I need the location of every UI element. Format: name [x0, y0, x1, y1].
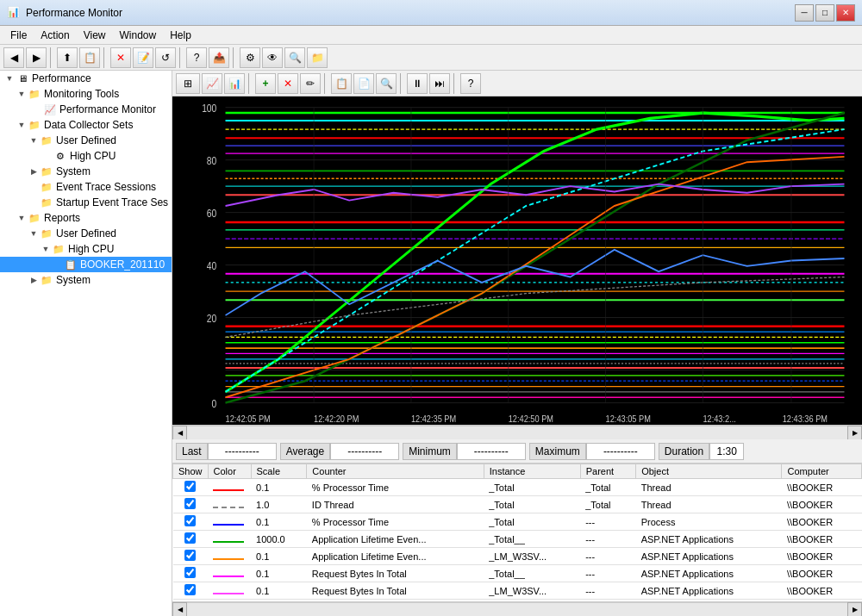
- scroll-left-btn[interactable]: ◀: [172, 426, 187, 440]
- tb-forward[interactable]: ▶: [26, 47, 47, 68]
- chart-scrollbar[interactable]: ◀ ▶: [172, 425, 862, 439]
- sidebar-item-system-rep[interactable]: ▶ 📁 System: [0, 272, 172, 288]
- table-row[interactable]: 0.1Application Lifetime Even..._LM_W3SV.…: [173, 548, 862, 565]
- data-table: Show Color Scale Counter Instance Parent…: [172, 464, 862, 601]
- table-scroll-right[interactable]: ▶: [847, 602, 862, 617]
- row-object: ASP.NET Applications: [636, 565, 782, 582]
- svg-text:12:42:50 PM: 12:42:50 PM: [509, 414, 553, 425]
- menu-window[interactable]: Window: [113, 28, 164, 43]
- mt-add-btn[interactable]: +: [255, 73, 276, 94]
- row-scale: 0.1: [251, 513, 307, 531]
- menu-view[interactable]: View: [77, 28, 113, 43]
- mt-edit-btn[interactable]: ✏: [300, 73, 321, 94]
- data-table-container: Show Color Scale Counter Instance Parent…: [172, 464, 862, 601]
- row-parent: ---: [580, 513, 635, 531]
- sidebar-item-data-collector-sets[interactable]: ▼ 📁 Data Collector Sets: [0, 117, 172, 133]
- menu-action[interactable]: Action: [34, 28, 76, 43]
- sidebar-item-system-dcs[interactable]: ▶ 📁 System: [0, 164, 172, 179]
- tb-view[interactable]: 👁: [262, 47, 283, 68]
- table-scroll-track[interactable]: [187, 602, 847, 617]
- row-checkbox[interactable]: [173, 531, 209, 548]
- table-row[interactable]: 0.1% Processor Time_Total---Process\\BOO…: [173, 513, 862, 531]
- sidebar-item-event-trace[interactable]: 📁 Event Trace Sessions: [0, 179, 172, 195]
- maximum-value: ----------: [586, 443, 655, 460]
- tb-export[interactable]: 📤: [209, 47, 229, 68]
- monitor-toolbar: ⊞ 📈 📊 + ✕ ✏ 📋 📄 🔍 ⏸ ⏭ ?: [172, 71, 862, 96]
- menu-help[interactable]: Help: [163, 28, 198, 43]
- event-trace-icon: 📁: [40, 180, 53, 194]
- row-scale: 1.0: [251, 496, 307, 513]
- tb-rename[interactable]: 📝: [133, 47, 153, 68]
- stats-bar: Last ---------- Average ---------- Minim…: [172, 439, 862, 464]
- row-counter: Application Lifetime Even...: [307, 531, 484, 548]
- booker-label: BOOKER_201110: [80, 258, 165, 271]
- sidebar-item-high-cpu-dcs[interactable]: ⚙ High CPU: [0, 148, 172, 164]
- user-def-rep-icon: 📁: [40, 227, 53, 240]
- mt-view-btn[interactable]: ⊞: [176, 73, 200, 94]
- row-checkbox[interactable]: [173, 582, 209, 600]
- window-title: Performance Monitor: [26, 7, 795, 19]
- close-button[interactable]: ✕: [836, 4, 855, 22]
- tb-sep2: [103, 47, 107, 68]
- row-parent: ---: [580, 531, 635, 548]
- tb-options[interactable]: ⚙: [240, 47, 260, 68]
- tb-up[interactable]: ⬆: [57, 47, 78, 68]
- last-label: Last: [176, 443, 208, 460]
- mt-help-btn[interactable]: ?: [460, 73, 481, 94]
- table-row[interactable]: 1000.0Application Lifetime Even..._Total…: [173, 531, 862, 548]
- tb-show-hide[interactable]: 📋: [79, 47, 100, 68]
- sidebar-item-booker[interactable]: 📋 BOOKER_201110: [0, 257, 172, 272]
- scroll-track[interactable]: [187, 426, 847, 440]
- tb-refresh[interactable]: ↺: [155, 47, 176, 68]
- tb-folder[interactable]: 📁: [307, 47, 328, 68]
- sidebar-item-high-cpu-rep[interactable]: ▼ 📁 High CPU: [0, 241, 172, 257]
- sidebar-item-reports[interactable]: ▼ 📁 Reports: [0, 210, 172, 226]
- svg-text:0: 0: [212, 398, 217, 409]
- table-row[interactable]: 1.0ID Thread_Total_TotalThread\\BOOKER: [173, 496, 862, 513]
- tb-back[interactable]: ◀: [3, 47, 24, 68]
- mt-copy-btn[interactable]: 📋: [331, 73, 352, 94]
- booker-expander: [52, 258, 64, 271]
- title-bar: 📊 Performance Monitor ─ □ ✕: [0, 0, 862, 26]
- row-instance: _Total__: [484, 565, 580, 582]
- sidebar-root[interactable]: ▼ 🖥 Performance: [0, 71, 172, 86]
- table-row[interactable]: 0.1Request Bytes In Total_LM_W3SV...---A…: [173, 582, 862, 600]
- row-color: [208, 582, 251, 600]
- tb-delete[interactable]: ✕: [110, 47, 131, 68]
- minimize-button[interactable]: ─: [795, 4, 814, 22]
- scroll-right-btn[interactable]: ▶: [847, 426, 862, 440]
- table-row[interactable]: 0.1% Processor Time_Total_TotalThread\\B…: [173, 479, 862, 496]
- table-row[interactable]: 0.1Request Bytes In Total_Total__---ASP.…: [173, 565, 862, 582]
- tb-zoom[interactable]: 🔍: [284, 47, 305, 68]
- row-checkbox[interactable]: [173, 479, 209, 496]
- svg-text:12:43:36 PM: 12:43:36 PM: [783, 414, 828, 425]
- mt-pause-btn[interactable]: ⏸: [407, 73, 428, 94]
- system-dcs-label: System: [56, 165, 91, 177]
- row-checkbox[interactable]: [173, 513, 209, 531]
- row-checkbox[interactable]: [173, 496, 209, 513]
- menu-file[interactable]: File: [3, 28, 34, 43]
- average-value: ----------: [330, 443, 399, 460]
- mt-paste-btn[interactable]: 📄: [353, 73, 374, 94]
- row-checkbox[interactable]: [173, 548, 209, 565]
- table-scroll-left[interactable]: ◀: [172, 602, 187, 617]
- mt-hist-btn[interactable]: 📊: [224, 73, 245, 94]
- svg-text:12:42:20 PM: 12:42:20 PM: [314, 414, 359, 425]
- sidebar-item-user-defined-dcs[interactable]: ▼ 📁 User Defined: [0, 133, 172, 148]
- svg-text:80: 80: [207, 155, 216, 166]
- sidebar-item-startup-event[interactable]: 📁 Startup Event Trace Ses: [0, 195, 172, 210]
- mt-next-btn[interactable]: ⏭: [429, 73, 450, 94]
- svg-text:60: 60: [207, 208, 216, 219]
- mt-chart-btn[interactable]: 📈: [202, 73, 222, 94]
- sidebar-item-performance-monitor[interactable]: 📈 Performance Monitor: [0, 102, 172, 117]
- chart-area: 100 80 60 40 20 0: [172, 96, 862, 425]
- row-color: [208, 513, 251, 531]
- maximize-button[interactable]: □: [815, 4, 834, 22]
- sidebar-item-monitoring-tools[interactable]: ▼ 📁 Monitoring Tools: [0, 86, 172, 102]
- table-scrollbar[interactable]: ◀ ▶: [172, 601, 862, 616]
- sidebar-item-user-defined-rep[interactable]: ▼ 📁 User Defined: [0, 226, 172, 241]
- mt-zoom-btn[interactable]: 🔍: [376, 73, 397, 94]
- tb-help[interactable]: ?: [186, 47, 207, 68]
- row-checkbox[interactable]: [173, 565, 209, 582]
- mt-remove-btn[interactable]: ✕: [278, 73, 298, 94]
